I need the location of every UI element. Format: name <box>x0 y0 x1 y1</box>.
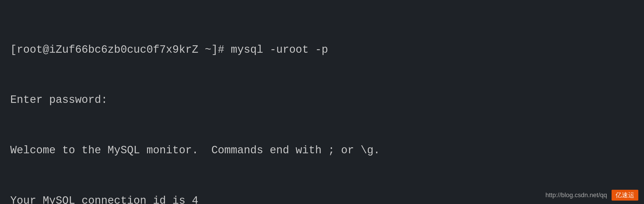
terminal-line-3: Welcome to the MySQL monitor. Commands e… <box>10 142 634 159</box>
bottom-bar: http://blog.csdn.net/qq 亿速运 <box>546 190 639 201</box>
yi-badge: 亿速运 <box>612 190 638 201</box>
terminal-line-2: Enter password: <box>10 92 634 109</box>
terminal-line-4: Your MySQL connection id is 4 <box>10 193 634 204</box>
terminal-window: [root@iZuf66bc6zb0cuc0f7x9krZ ~]# mysql … <box>0 0 644 204</box>
terminal-output: [root@iZuf66bc6zb0cuc0f7x9krZ ~]# mysql … <box>10 8 634 204</box>
csdn-link-text: http://blog.csdn.net/qq <box>546 191 607 199</box>
terminal-line-1: [root@iZuf66bc6zb0cuc0f7x9krZ ~]# mysql … <box>10 42 634 58</box>
